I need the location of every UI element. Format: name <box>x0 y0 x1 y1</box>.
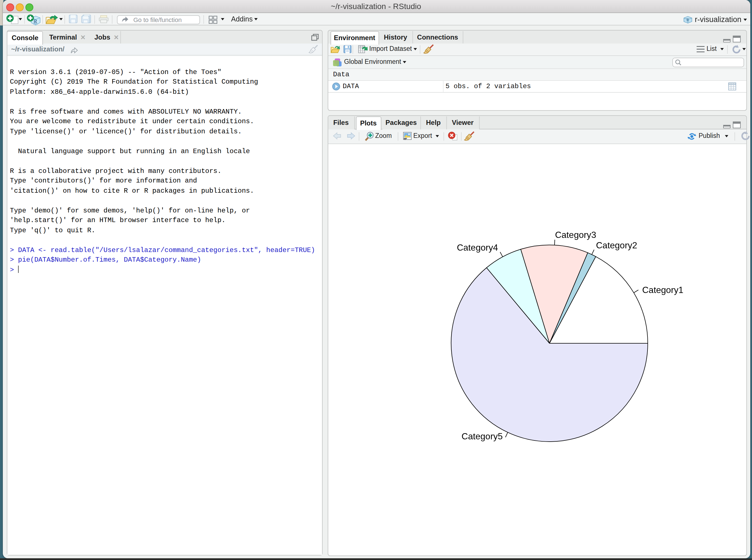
svg-text:Category3: Category3 <box>555 229 596 240</box>
svg-text:Category2: Category2 <box>596 240 637 250</box>
svg-text:Category4: Category4 <box>456 242 498 252</box>
svg-text:Category1: Category1 <box>642 284 683 295</box>
svg-text:Category5: Category5 <box>461 431 503 441</box>
svg-text:R: R <box>33 18 38 25</box>
svg-text:R: R <box>687 17 689 22</box>
